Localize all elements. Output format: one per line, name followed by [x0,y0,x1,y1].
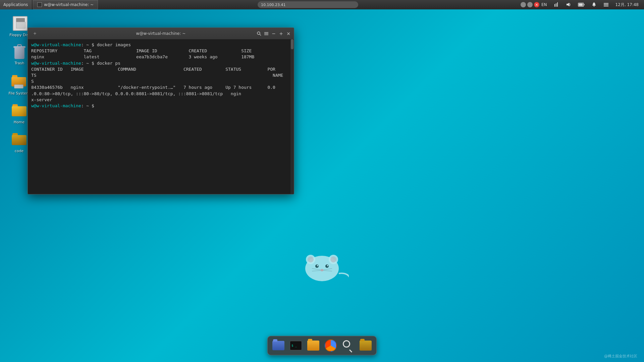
terminal-scrollbar-thumb [291,39,293,49]
terminal-title: w@w-virtual-machine: ~ [136,31,186,36]
dock-folder-btn[interactable] [358,338,374,354]
dock-search-icon [343,340,354,351]
bg-win-controls: − □ × [521,2,539,7]
terminal-window: + w@w-virtual-machine: ~ − + [28,27,294,194]
maximize-icon: + [279,31,283,36]
dock-browser-icon [325,340,337,352]
trash-body [14,47,24,59]
search-circle [343,340,350,348]
close-icon: × [286,31,290,36]
svg-rect-5 [584,4,584,5]
battery-icon[interactable] [576,0,587,9]
dock-files-content [272,341,284,350]
applications-menu[interactable]: Applications [0,0,32,9]
menu-svg [603,2,609,7]
svg-rect-13 [264,32,268,33]
trash-label: Trash [14,61,24,65]
terminal-titlebar: + w@w-virtual-machine: ~ − + [28,28,294,39]
datetime-display[interactable]: 12月, 17:48 [613,0,641,9]
svg-rect-14 [264,34,268,34]
svg-rect-0 [554,4,555,7]
terminal-search-btn[interactable] [256,31,262,36]
hamburger-icon [264,31,269,36]
search-handle [349,349,352,352]
bg-close-btn[interactable]: × [534,2,539,7]
home-folder-shape [12,104,26,117]
svg-point-25 [320,269,324,272]
svg-point-19 [308,256,314,262]
terminal-body[interactable]: w@w-virtual-machine: ~ $ docker images R… [28,39,294,194]
dock-browser-btn[interactable] [323,338,339,354]
svg-rect-7 [593,6,594,7]
svg-rect-10 [604,6,608,6]
floppy-icon-shape [13,16,28,31]
menu-icon[interactable] [601,0,611,9]
floppy-disk-icon [12,15,28,32]
volume-icon[interactable] [564,0,573,9]
volume-svg [566,2,571,7]
svg-rect-9 [604,4,608,5]
address-text: 10.100.23.41 [261,3,285,7]
home-folder-body [12,106,26,116]
terminal-close-btn[interactable]: × [286,31,291,36]
terminal-icon-small [37,2,42,7]
language-indicator[interactable]: EN [539,0,549,9]
bell-svg [591,2,597,7]
bg-address-area: 10.100.23.41 − □ × [98,1,539,8]
mascot-svg [295,243,349,287]
taskbar-top: Applications w@w-virtual-machine: ~ 10.1… [0,0,644,9]
datetime-text: 12月, 17:48 [615,2,639,8]
svg-rect-1 [556,3,556,7]
search-icon [257,31,261,36]
taskbar-top-left: Applications w@w-virtual-machine: ~ [0,0,98,9]
dock-home-icon [307,341,319,351]
home-label: Home [14,120,24,124]
code-folder-body [12,135,26,145]
trash-icon [11,44,28,60]
applications-label: Applications [3,2,28,7]
filesystem-label: File System [9,91,30,96]
dock-files-btn[interactable] [270,338,286,354]
notifications-icon[interactable] [589,0,599,9]
dock-search-btn[interactable] [340,338,356,354]
terminal-output: w@w-virtual-machine: ~ $ docker images R… [31,42,290,109]
dock-terminal-prompt: $ _ [291,344,297,347]
address-bar[interactable]: 10.100.23.41 [258,1,358,8]
terminal-menu-btn[interactable] [264,31,269,36]
svg-point-23 [317,265,318,266]
svg-marker-3 [567,3,569,6]
svg-point-21 [315,264,319,268]
network-svg [554,2,559,7]
svg-rect-6 [579,4,583,6]
desktop-watermark [295,243,349,288]
network-icon[interactable] [552,0,561,9]
tab-plus-icon: + [33,31,37,36]
terminal-taskbar-item[interactable]: w@w-virtual-machine: ~ [33,0,98,9]
svg-point-20 [330,256,336,262]
home-icon [11,103,27,119]
bg-minimize-btn[interactable]: − [521,2,526,7]
svg-point-24 [327,265,328,266]
fs-drive [14,84,23,88]
terminal-maximize-btn[interactable]: + [278,31,284,36]
battery-svg [578,2,585,7]
dock-folder-icon [360,341,372,351]
dock-terminal-icon: $ _ [290,341,302,350]
code-label: code [15,149,24,153]
svg-line-12 [260,35,261,36]
svg-point-11 [257,32,260,35]
bg-maximize-btn[interactable]: □ [527,2,533,7]
svg-rect-2 [557,2,558,7]
minimize-icon: − [272,31,276,36]
terminal-controls: − + × [256,31,291,36]
language-text: EN [541,2,547,7]
dock-terminal-btn[interactable]: $ _ [288,338,304,354]
terminal-minimize-btn[interactable]: − [271,31,276,36]
filesystem-icon-shape [11,75,27,88]
dock-home-btn[interactable] [305,338,321,354]
watermark-text: @稀土掘金技术社区 [604,354,637,358]
trash-icon-shape [13,44,26,59]
terminal-new-tab-btn[interactable]: + [31,29,39,38]
terminal-scrollbar[interactable] [290,39,294,194]
code-folder-shape [12,133,26,146]
